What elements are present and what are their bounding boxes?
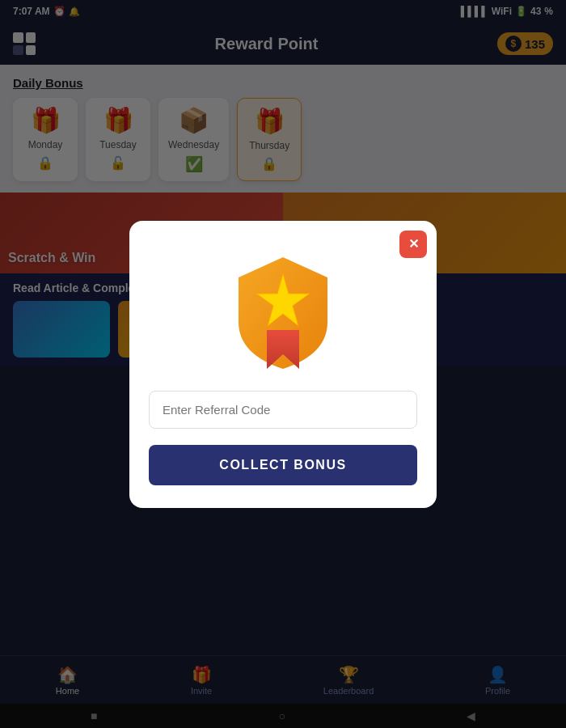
modal-overlay: ✕ bbox=[0, 0, 566, 728]
referral-modal: ✕ bbox=[129, 221, 437, 508]
referral-code-input[interactable] bbox=[149, 391, 417, 429]
collect-bonus-button[interactable]: COLLECT BONUS bbox=[149, 445, 417, 485]
star-badge-svg bbox=[222, 249, 344, 370]
modal-close-button[interactable]: ✕ bbox=[399, 231, 427, 258]
star-badge-container bbox=[218, 245, 348, 375]
